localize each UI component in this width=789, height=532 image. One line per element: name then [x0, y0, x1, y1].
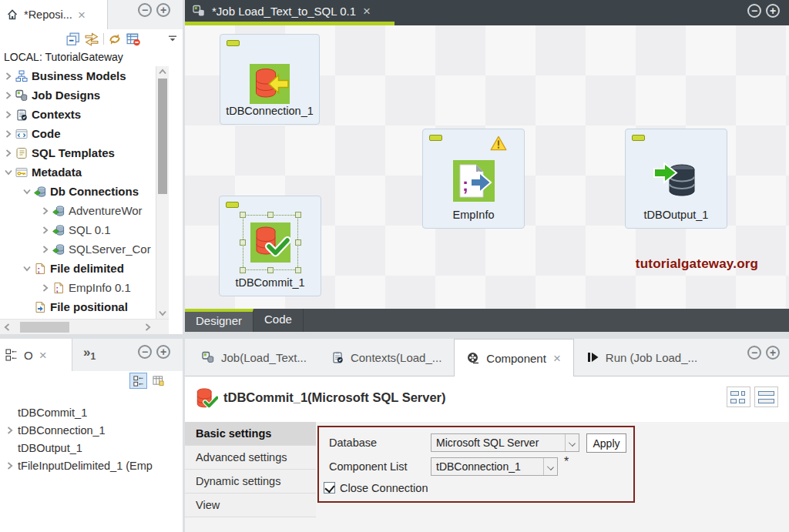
outline-item-tdbcommit[interactable]: tDBCommit_1 — [0, 403, 183, 421]
close-icon[interactable]: × — [39, 349, 47, 362]
menu-view[interactable]: View — [185, 494, 316, 517]
component-list-select[interactable]: tDBConnection_1 — [431, 457, 558, 476]
canvas-component-empinfo[interactable]: ; EmpInfo — [422, 129, 525, 229]
close-icon[interactable]: × — [78, 8, 86, 22]
tree-item-empinfo[interactable]: EmpInfo 0.1 — [0, 278, 156, 297]
apply-button[interactable]: Apply — [586, 433, 626, 453]
chevron-down-icon[interactable] — [543, 458, 557, 475]
tree-item-adventureworks[interactable]: AdventureWor — [0, 201, 156, 220]
chevron-right-icon[interactable] — [7, 462, 13, 470]
layout-rows-toggle[interactable] — [754, 386, 778, 407]
outline-item-tdbconnection[interactable]: tDBConnection_1 — [0, 421, 183, 439]
close-icon[interactable]: × — [553, 352, 561, 365]
tab-outline[interactable]: O × — [0, 339, 72, 371]
chevron-right-icon[interactable] — [7, 427, 13, 434]
minimize-button[interactable]: − — [138, 3, 152, 17]
chevron-right-icon[interactable] — [42, 207, 49, 215]
maximize-button[interactable]: + — [156, 3, 170, 17]
resize-handle[interactable] — [240, 239, 246, 246]
resize-handle[interactable] — [295, 212, 301, 218]
scroll-up-icon[interactable] — [159, 68, 166, 75]
tab-designer-view[interactable]: Designer — [185, 309, 253, 332]
tree-item-sql-01[interactable]: SQL 0.1 — [0, 220, 156, 239]
chevron-right-icon[interactable] — [5, 149, 12, 157]
tree-item-job-designs[interactable]: Job Designs — [0, 85, 156, 105]
tree-item-sql-templates[interactable]: SQL Templates — [0, 143, 156, 162]
resize-handle[interactable] — [240, 267, 246, 273]
minimize-button[interactable]: − — [747, 4, 761, 18]
chevron-right-icon[interactable] — [5, 130, 12, 138]
tab-repository[interactable]: *Reposi... × — [0, 0, 108, 29]
chevron-right-icon[interactable] — [42, 284, 49, 292]
chevron-right-icon[interactable] — [5, 72, 12, 80]
resize-handle[interactable] — [295, 267, 301, 273]
tab-run[interactable]: Run (Job Load_... — [574, 339, 710, 376]
selection-box[interactable] — [243, 215, 298, 270]
tab-code-view[interactable]: Code — [253, 309, 304, 332]
contexts-icon — [331, 351, 344, 363]
menu-dynamic-settings[interactable]: Dynamic settings — [185, 470, 316, 494]
tree-item-db-connections[interactable]: Db Connections — [0, 182, 156, 201]
chevron-down-icon[interactable] — [5, 169, 12, 176]
collapse-all-icon[interactable] — [66, 32, 80, 46]
chevron-down-icon[interactable] — [565, 434, 579, 451]
tree-item-contexts[interactable]: Contexts — [0, 105, 156, 124]
tree-item-file-delimited[interactable]: File delimited — [0, 259, 156, 278]
horizontal-scrollbar[interactable] — [0, 319, 169, 334]
outline-item-tfileinputdelimited[interactable]: tFileInputDelimited_1 (Emp — [0, 457, 183, 474]
tab-job[interactable]: Job(Load_Text... — [190, 339, 319, 376]
scroll-right-icon[interactable] — [144, 323, 152, 331]
import-export-icon[interactable] — [85, 32, 99, 46]
maximize-button[interactable]: + — [766, 4, 780, 18]
close-connection-checkbox[interactable] — [324, 482, 335, 494]
resize-handle[interactable] — [267, 267, 274, 273]
view-menu-icon[interactable] — [168, 35, 177, 42]
resize-handle[interactable] — [240, 212, 246, 218]
chevron-right-icon[interactable] — [5, 92, 12, 99]
job-design-canvas[interactable]: tDBConnection_1 ; EmpInfo — [185, 25, 789, 309]
tab-job-designer[interactable]: *Job Load_Text_to_SQL 0.1 × — [185, 0, 394, 22]
canvas-component-tdbcommit[interactable]: tDBCommit_1 — [219, 196, 321, 296]
outline-overview-button[interactable] — [149, 373, 167, 389]
maximize-button[interactable]: + — [766, 346, 780, 360]
scrollbar-thumb[interactable] — [158, 79, 167, 194]
outline-item-tdboutput[interactable]: tDBOutput_1 — [0, 439, 183, 457]
status-pill — [227, 40, 240, 46]
canvas-component-tdboutput[interactable]: tDBOutput_1 — [625, 129, 727, 229]
tab-component[interactable]: Component × — [454, 339, 574, 376]
tree-item-metadata[interactable]: Metadata — [0, 162, 156, 182]
more-views-button[interactable]: »1 — [83, 345, 96, 360]
chevron-right-icon[interactable] — [5, 111, 12, 119]
outline-tree-view-button[interactable] — [129, 373, 147, 389]
chevron-right-icon[interactable] — [42, 226, 49, 234]
tdbcommit-icon[interactable] — [250, 223, 290, 263]
canvas-component-tdbconnection[interactable]: tDBConnection_1 — [220, 34, 320, 125]
scrollbar-thumb[interactable] — [20, 322, 69, 333]
resize-handle[interactable] — [267, 212, 274, 218]
tree-item-file-positional[interactable]: File positional — [0, 297, 156, 316]
chevron-down-icon[interactable] — [23, 189, 31, 195]
table-filter-icon[interactable] — [126, 32, 140, 46]
tdbconnection-icon[interactable] — [250, 64, 290, 104]
scroll-down-icon[interactable] — [159, 309, 166, 317]
refresh-icon[interactable] — [108, 32, 122, 46]
vertical-scrollbar[interactable] — [156, 66, 169, 319]
chevron-down-icon[interactable] — [23, 266, 31, 272]
tree-item-sqlserver-con[interactable]: SQLServer_Cor — [0, 239, 156, 259]
scroll-left-icon[interactable] — [3, 323, 11, 331]
minimize-button[interactable]: − — [747, 346, 761, 360]
tdboutput-icon[interactable] — [653, 159, 700, 202]
database-select[interactable]: Microsoft SQL Server — [431, 433, 579, 452]
close-icon[interactable]: × — [363, 5, 371, 18]
chevron-right-icon[interactable] — [42, 246, 49, 253]
tree-item-business-models[interactable]: Business Models — [0, 66, 156, 85]
menu-advanced-settings[interactable]: Advanced settings — [185, 446, 316, 470]
resize-handle[interactable] — [295, 239, 301, 246]
layout-columns-toggle[interactable] — [727, 386, 750, 407]
empinfo-icon[interactable]: ; — [453, 160, 495, 202]
tree-item-code[interactable]: Code — [0, 124, 156, 143]
tab-contexts[interactable]: Contexts(Load_... — [319, 339, 454, 376]
menu-basic-settings[interactable]: Basic settings — [185, 422, 316, 446]
maximize-button[interactable]: + — [156, 345, 170, 359]
minimize-button[interactable]: − — [138, 345, 152, 359]
